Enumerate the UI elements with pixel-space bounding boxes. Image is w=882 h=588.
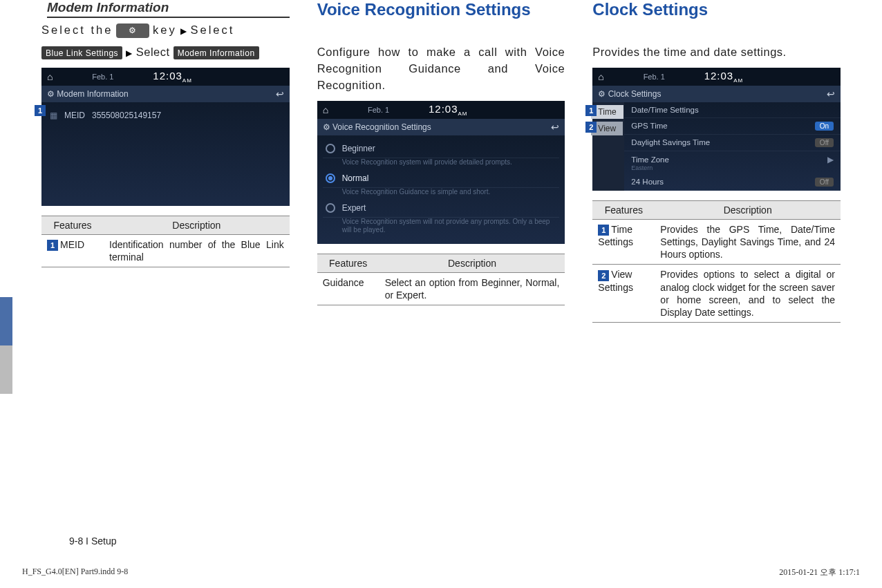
modem-screenshot: ⌂ Feb. 1 12:03AM ⚙ Modem Information ↩ ▦…: [41, 68, 290, 206]
clock-settings-heading: Clock Settings: [592, 0, 841, 19]
description-cell: Select an option from Beginner, Normal, …: [379, 272, 565, 305]
toggle-off[interactable]: Off: [815, 178, 834, 187]
triangle-right-icon: ▶: [126, 48, 133, 58]
page-columns: Modem Information Select the ⚙ key ▶ Sel…: [41, 0, 841, 323]
clock-row-gps[interactable]: GPS TimeOn: [624, 118, 841, 135]
callout-badge-2: 2: [585, 122, 597, 133]
clock-screenshot: ⌂ Feb. 1 12:03AM ⚙ Clock Settings ↩ Date…: [592, 68, 841, 191]
topbar-time: 12:03AM: [704, 70, 744, 84]
screenshot-body: ▦ MEID 355508025149157: [41, 102, 290, 158]
screenshot-subbar: ⚙ Voice Recognition Settings ↩: [317, 119, 565, 135]
home-icon[interactable]: ⌂: [47, 71, 53, 82]
table-row: Guidance Select an option from Beginner,…: [317, 272, 565, 305]
table-header-features: Features: [317, 254, 379, 272]
row-label: 24 Hours: [631, 178, 664, 186]
option-expert[interactable]: Expert: [323, 199, 560, 218]
modem-information-chip: Modem Information: [173, 46, 259, 59]
voice-features-table: Features Description Guidance Select an …: [317, 254, 565, 305]
home-icon[interactable]: ⌂: [598, 71, 603, 82]
screenshot-topbar: ⌂ Feb. 1 12:03AM: [41, 68, 290, 86]
row-label: GPS Time: [631, 122, 667, 130]
clock-row-24hours[interactable]: 24 HoursOff: [624, 174, 841, 191]
toggle-on[interactable]: On: [815, 122, 834, 131]
subbar-title: Modem Information: [57, 89, 128, 99]
instr-key-word: key: [153, 23, 177, 36]
screenshot-subbar: ⚙ Clock Settings ↩: [592, 86, 841, 102]
row-badge: 1: [47, 240, 58, 251]
option-beginner[interactable]: Beginner: [323, 140, 560, 158]
print-meta-right: 2015-01-21 오후 1:17:1: [779, 567, 860, 578]
table-header-description: Description: [655, 200, 841, 219]
row-label: Daylight Savings Time: [631, 138, 710, 146]
time-value: 12:03: [153, 70, 182, 82]
meid-row: ▦ MEID 355508025149157: [47, 106, 284, 124]
screenshot-body: Beginner Voice Recognition system will p…: [317, 135, 565, 244]
home-icon[interactable]: ⌂: [323, 104, 328, 115]
topbar-time: 12:03AM: [429, 103, 468, 117]
page-side-tab-gray: [0, 345, 12, 394]
callout-badge-1: 1: [585, 105, 597, 116]
instr-select-1: Select: [190, 23, 234, 36]
row-badge: 2: [598, 270, 609, 281]
subbar-title: Clock Settings: [608, 89, 662, 99]
clock-row-daylight[interactable]: Daylight Savings TimeOff: [624, 135, 841, 151]
meid-label: MEID: [64, 111, 85, 120]
modem-instruction-line1: Select the ⚙ key ▶ Select: [41, 22, 290, 39]
table-header-description: Description: [104, 216, 290, 234]
description-cell: Identification number of the Blue Link t…: [104, 234, 290, 267]
screenshot-topbar: ⌂ Feb. 1 12:03AM: [317, 101, 565, 119]
instr-select-2: Select: [136, 46, 170, 58]
description-cell: Provides options to select a digital or …: [655, 265, 841, 323]
topbar-date: Feb. 1: [337, 106, 420, 114]
clock-row-timezone-value: Eastern: [624, 164, 841, 174]
description-cell: Provides the GPS Time, Date/Time Setting…: [655, 219, 841, 265]
column-modem-info: Modem Information Select the ⚙ key ▶ Sel…: [41, 0, 290, 323]
clock-row-datetime[interactable]: Date/Time Settings: [624, 102, 841, 118]
screenshot-subbar: ⚙ Modem Information ↩: [41, 86, 290, 102]
feature-cell: 2View Settings: [592, 265, 655, 323]
page-side-tab-blue: [0, 297, 12, 345]
option-label: Beginner: [342, 144, 375, 153]
clock-body-wrap: Date/Time Settings GPS TimeOn Daylight S…: [592, 102, 841, 191]
time-ampm: AM: [182, 77, 192, 84]
option-normal-hint: Voice Recognition Guidance is simple and…: [323, 188, 560, 199]
modem-info-heading: Modem Information: [47, 0, 290, 18]
side-tab-label: Time: [598, 107, 616, 117]
clock-row-timezone[interactable]: Time Zone▶: [624, 151, 841, 164]
option-expert-hint: Voice Recognition system will not provid…: [323, 218, 560, 237]
feature-name: MEID: [60, 239, 84, 250]
row-badge: 1: [598, 225, 609, 236]
screenshot-topbar: ⌂ Feb. 1 12:03AM: [592, 68, 841, 86]
topbar-date: Feb. 1: [612, 73, 696, 81]
back-icon[interactable]: ↩: [827, 88, 835, 99]
bluelink-settings-chip: Blue Link Settings: [41, 46, 122, 59]
print-meta-line: H_FS_G4.0[EN] Part9.indd 9-8 2015-01-21 …: [22, 567, 860, 578]
table-header-description: Description: [379, 254, 565, 272]
back-icon[interactable]: ↩: [551, 122, 559, 133]
option-normal[interactable]: Normal: [323, 169, 560, 188]
feature-cell: 1Time Settings: [592, 219, 655, 265]
radio-icon: [326, 144, 335, 153]
feature-cell: 1MEID: [41, 234, 104, 267]
toggle-off[interactable]: Off: [815, 138, 834, 147]
settings-key-icon: ⚙: [116, 23, 149, 38]
side-tab-label: View: [598, 124, 616, 133]
option-beginner-hint: Voice Recognition system will provide de…: [323, 158, 560, 169]
time-ampm: AM: [458, 111, 468, 117]
subbar-title: Voice Recognition Settings: [332, 122, 431, 132]
table-header-features: Features: [41, 216, 104, 234]
clock-features-table: Features Description 1Time Settings Prov…: [592, 200, 841, 323]
radio-icon: [326, 203, 335, 213]
chevron-right-icon: ▶: [827, 155, 834, 164]
callout-badge-1: 1: [35, 105, 46, 116]
column-voice-recognition: Voice Recognition Settings Configure how…: [317, 0, 565, 323]
voice-intro: Configure how to make a call with Voice …: [317, 44, 565, 94]
instr-prefix: Select the: [41, 23, 113, 36]
gear-icon: ⚙: [129, 26, 137, 35]
table-header-features: Features: [592, 200, 655, 219]
back-icon[interactable]: ↩: [276, 88, 284, 99]
row-label: Time Zone: [631, 155, 669, 164]
table-row: 1Time Settings Provides the GPS Time, Da…: [592, 219, 841, 265]
triangle-right-icon: ▶: [180, 26, 187, 36]
print-meta-left: H_FS_G4.0[EN] Part9.indd 9-8: [22, 567, 128, 578]
